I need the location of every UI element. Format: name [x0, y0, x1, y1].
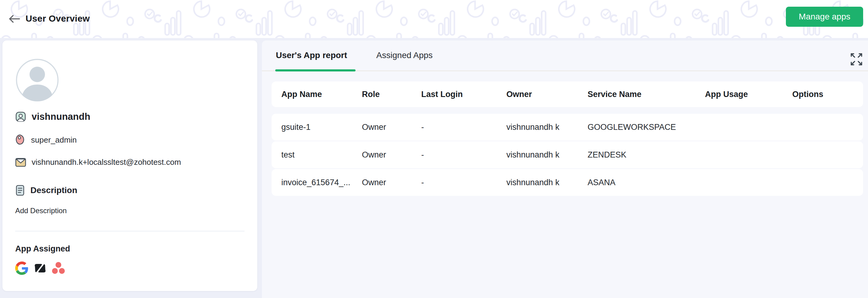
cell-role: Owner — [362, 178, 421, 187]
profile-card: vishnunandh super_admin vishnunandh.k+lo… — [2, 40, 257, 291]
user-email-row: vishnunandh.k+localssltest@zohotest.com — [15, 158, 245, 167]
cell-owner: vishnunandh k — [506, 123, 588, 132]
tab-assigned-apps[interactable]: Assigned Apps — [376, 51, 433, 71]
tab-bar: User's App report Assigned Apps — [262, 40, 868, 71]
table-row[interactable]: invoice_615674_...Owner-vishnunandh kASA… — [272, 169, 863, 196]
user-role-row: super_admin — [15, 134, 245, 145]
column-header-last-login: Last Login — [421, 90, 506, 99]
cell-service-name: ZENDESK — [588, 150, 705, 160]
zendesk-icon[interactable] — [34, 263, 46, 274]
description-icon — [15, 185, 25, 196]
cell-app-name: invoice_615674_... — [281, 178, 362, 187]
table-body: gsuite-1Owner-vishnunandh kGOOGLEWORKSPA… — [272, 114, 863, 196]
card-divider — [15, 231, 245, 231]
user-badge-icon — [15, 111, 26, 122]
cell-last-login: - — [421, 178, 506, 187]
column-header-app-name: App Name — [281, 90, 362, 99]
apps-table: App NameRoleLast LoginOwnerService NameA… — [272, 81, 863, 196]
tab-users-app-report[interactable]: User's App report — [275, 51, 348, 71]
description-header-row: Description — [15, 185, 245, 196]
column-header-options: Options — [792, 90, 854, 99]
avatar — [15, 58, 59, 102]
table-row[interactable]: testOwner-vishnunandh kZENDESK — [272, 141, 863, 168]
user-name-row: vishnunandh — [15, 111, 245, 122]
back-arrow-button[interactable] — [8, 13, 21, 24]
cell-app-name: test — [281, 150, 362, 160]
user-role: super_admin — [31, 135, 76, 145]
asana-icon[interactable] — [52, 262, 65, 274]
cell-owner: vishnunandh k — [506, 150, 588, 160]
assigned-apps-icon-list — [15, 262, 245, 275]
top-bar: User Overview Manage apps — [0, 0, 868, 38]
description-label: Description — [30, 186, 77, 195]
app-assigned-label: App Assigned — [15, 244, 245, 254]
email-icon — [15, 158, 26, 167]
expand-icon[interactable] — [850, 52, 863, 67]
report-panel: User's App report Assigned Apps App Name… — [262, 40, 868, 298]
column-header-app-usage: App Usage — [705, 90, 792, 99]
cell-service-name: GOOGLEWORKSPACE — [588, 123, 705, 132]
cell-service-name: ASANA — [588, 178, 705, 187]
cell-role: Owner — [362, 150, 421, 160]
cell-last-login: - — [421, 123, 506, 132]
column-header-service-name: Service Name — [588, 90, 705, 99]
cell-app-name: gsuite-1 — [281, 123, 362, 132]
google-workspace-icon[interactable] — [15, 262, 29, 275]
add-description-link[interactable]: Add Description — [15, 206, 67, 215]
user-email: vishnunandh.k+localssltest@zohotest.com — [32, 158, 181, 167]
manage-apps-button[interactable]: Manage apps — [786, 7, 863, 27]
table-header-row: App NameRoleLast LoginOwnerService NameA… — [272, 81, 863, 107]
cell-owner: vishnunandh k — [506, 178, 588, 187]
cell-last-login: - — [421, 150, 506, 160]
column-header-role: Role — [362, 90, 421, 99]
page-title: User Overview — [26, 13, 90, 24]
role-tag-icon — [15, 134, 26, 145]
cell-role: Owner — [362, 123, 421, 132]
content-area: vishnunandh super_admin vishnunandh.k+lo… — [0, 38, 868, 298]
user-name: vishnunandh — [32, 111, 90, 122]
background-doodles — [0, 0, 868, 38]
table-row[interactable]: gsuite-1Owner-vishnunandh kGOOGLEWORKSPA… — [272, 114, 863, 140]
user-overview-screen: User Overview Manage apps — [0, 0, 868, 298]
column-header-owner: Owner — [506, 90, 588, 99]
